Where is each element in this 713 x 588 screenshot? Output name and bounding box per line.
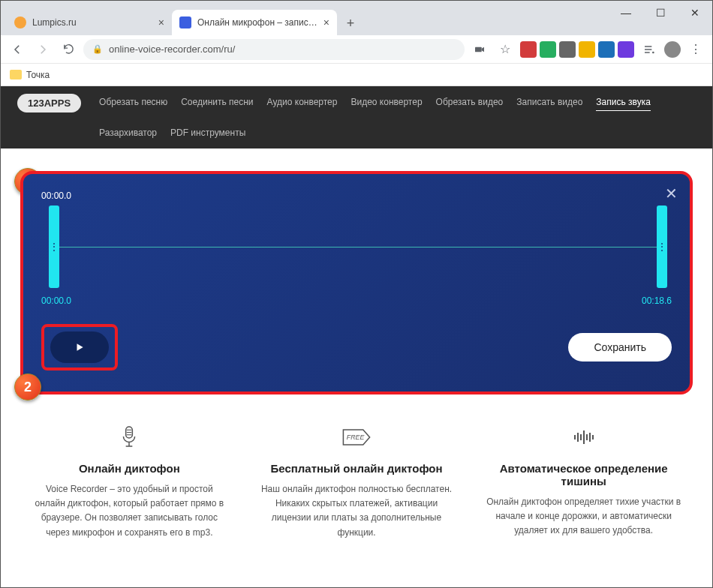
play-annotation-box (41, 324, 118, 370)
extension-icon[interactable] (618, 41, 634, 58)
browser-tab[interactable]: Онлайн микрофон – запись гол × (172, 10, 337, 35)
free-tag-icon: FREE (258, 424, 456, 450)
tab-label: Онлайн микрофон – запись гол (197, 17, 317, 28)
annotation-badge-2: 2 (14, 374, 41, 400)
folder-icon (10, 70, 22, 80)
extension-icon[interactable] (579, 41, 595, 58)
features-row: Онлайн диктофон Voice Recorder – это удо… (1, 417, 712, 570)
lock-icon: 🔒 (92, 44, 103, 54)
feature-card: Автоматическое определение тишины Онлайн… (477, 424, 690, 540)
window-titlebar: Lumpics.ru × Онлайн микрофон – запись го… (1, 1, 712, 35)
tab-label: Lumpics.ru (32, 17, 152, 28)
waveform-line (56, 247, 661, 248)
address-bar: 🔒 online-voice-recorder.com/ru/ ☆ ⋮ (1, 35, 712, 64)
nav-link[interactable]: Обрезать песню (99, 94, 167, 111)
close-icon[interactable]: × (323, 16, 329, 28)
play-button[interactable] (50, 332, 109, 363)
profile-avatar[interactable] (664, 41, 681, 58)
nav-link[interactable]: Обрезать видео (436, 94, 504, 111)
play-icon (74, 342, 85, 352)
nav-link[interactable]: Соединить песни (181, 94, 253, 111)
trim-handle-left[interactable] (49, 206, 59, 288)
bookmarks-bar: Точка (1, 64, 712, 86)
feature-card: Онлайн диктофон Voice Recorder – это удо… (23, 424, 236, 540)
feature-desc: Voice Recorder – это удобный и простой о… (31, 482, 228, 540)
feature-title: Онлайн диктофон (31, 462, 228, 475)
extension-icon[interactable] (598, 41, 615, 58)
recorder-panel: ✕ 00:00.0 00:00.0 00:18.6 Сохранить (20, 171, 693, 394)
nav-link[interactable]: PDF инструменты (170, 124, 245, 141)
url-text: online-voice-recorder.com/ru/ (109, 44, 235, 55)
close-window-button[interactable]: ✕ (678, 1, 712, 25)
controls-row: Сохранить (41, 324, 672, 370)
close-panel-icon[interactable]: ✕ (665, 184, 678, 202)
menu-button[interactable]: ⋮ (685, 42, 706, 56)
reload-button[interactable] (58, 39, 79, 60)
nav-link[interactable]: Записать видео (516, 94, 582, 111)
favicon-icon (14, 16, 26, 28)
nav-link[interactable]: Запись звука (596, 94, 651, 111)
maximize-button[interactable]: ☐ (643, 1, 678, 25)
favicon-icon (179, 16, 191, 28)
browser-tab[interactable]: Lumpics.ru × (7, 10, 172, 35)
time-end: 00:18.6 (642, 296, 672, 306)
svg-point-1 (652, 51, 654, 53)
site-nav: 123APPS Обрезать песню Соединить песни А… (1, 86, 712, 148)
page-content: 123APPS Обрезать песню Соединить песни А… (1, 86, 712, 588)
time-row: 00:00.0 00:18.6 (41, 296, 672, 306)
url-input[interactable]: 🔒 online-voice-recorder.com/ru/ (83, 39, 465, 60)
star-icon[interactable]: ☆ (495, 39, 516, 60)
svg-text:FREE: FREE (347, 434, 365, 441)
microphone-icon (31, 424, 228, 450)
nav-link[interactable]: Видео конвертер (350, 94, 422, 111)
nav-link[interactable]: Аудио конвертер (267, 94, 338, 111)
close-icon[interactable]: × (158, 16, 164, 28)
waveform-area[interactable] (43, 206, 670, 288)
nav-link[interactable]: Разархиватор (99, 124, 157, 141)
playlist-icon[interactable] (639, 39, 660, 60)
back-button[interactable] (7, 39, 28, 60)
bookmark-item[interactable]: Точка (26, 70, 50, 80)
trim-handle-right[interactable] (657, 206, 667, 288)
svg-rect-0 (475, 46, 482, 52)
nav-links: Обрезать песню Соединить песни Аудио кон… (99, 94, 696, 141)
feature-title: Автоматическое определение тишины (485, 462, 682, 488)
new-tab-button[interactable]: + (340, 13, 361, 34)
brand-logo[interactable]: 123APPS (17, 94, 81, 112)
window-controls: — ☐ ✕ (609, 1, 712, 25)
extension-icon[interactable] (520, 41, 537, 58)
forward-button[interactable] (32, 39, 53, 60)
feature-desc: Наш онлайн диктофон полностью бесплатен.… (258, 482, 456, 540)
save-button[interactable]: Сохранить (568, 333, 672, 362)
extension-icon[interactable] (559, 41, 576, 58)
feature-card: FREE Бесплатный онлайн диктофон Наш онла… (251, 424, 463, 540)
feature-desc: Онлайн диктофон определяет тихие участки… (485, 495, 682, 538)
time-start: 00:00.0 (41, 296, 71, 306)
minimize-button[interactable]: — (609, 1, 643, 25)
extension-icon[interactable] (540, 41, 556, 58)
feature-title: Бесплатный онлайн диктофон (258, 462, 456, 475)
camera-icon[interactable] (469, 39, 490, 60)
time-cursor: 00:00.0 (41, 190, 672, 201)
soundwave-icon (485, 424, 682, 450)
extensions (520, 41, 634, 58)
